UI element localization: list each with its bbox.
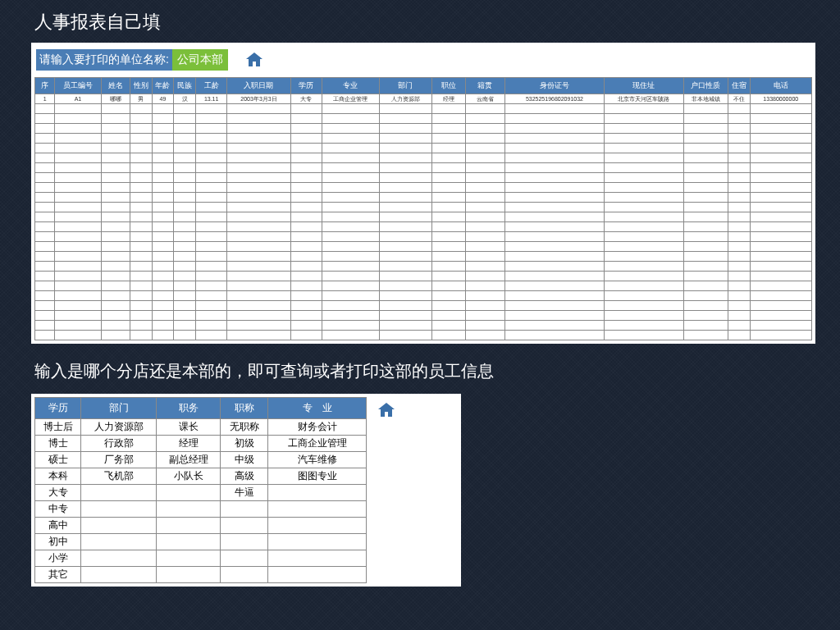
table-cell bbox=[750, 203, 811, 212]
home-icon[interactable] bbox=[375, 400, 398, 420]
table-cell bbox=[465, 281, 504, 291]
table-cell bbox=[379, 193, 432, 203]
table-cell bbox=[101, 252, 130, 262]
table-cell: 本科 bbox=[35, 468, 81, 485]
column-header: 年龄 bbox=[152, 78, 174, 94]
table-cell bbox=[174, 311, 196, 321]
table-cell bbox=[728, 134, 750, 144]
table-cell bbox=[604, 272, 683, 281]
main-panel: 请输入要打印的单位名称: 公司本部 序员工编号姓名性别年龄民族工龄入职日期学历专… bbox=[31, 43, 815, 344]
table-cell bbox=[683, 104, 728, 114]
table-cell bbox=[604, 153, 683, 163]
table-cell bbox=[152, 104, 174, 114]
table-cell: 大专 bbox=[35, 485, 81, 501]
table-row bbox=[35, 163, 812, 173]
table-cell bbox=[268, 485, 367, 501]
table-cell bbox=[504, 272, 604, 281]
table-cell bbox=[291, 153, 322, 163]
table-cell bbox=[35, 153, 55, 163]
table-cell bbox=[196, 114, 227, 124]
table-cell bbox=[226, 193, 290, 203]
table-cell bbox=[101, 212, 130, 222]
table-cell bbox=[221, 518, 268, 534]
table-cell bbox=[174, 134, 196, 144]
table-cell bbox=[152, 203, 174, 212]
table-cell bbox=[268, 534, 367, 550]
table-cell bbox=[196, 212, 227, 222]
table-cell bbox=[465, 291, 504, 301]
table-cell bbox=[55, 104, 101, 114]
unit-name-input[interactable]: 公司本部 bbox=[172, 49, 228, 71]
table-cell bbox=[174, 272, 196, 281]
employee-table: 序员工编号姓名性别年龄民族工龄入职日期学历专业部门职位籍贯身份证号现住址户口性质… bbox=[34, 77, 812, 340]
table-cell bbox=[101, 242, 130, 252]
table-cell bbox=[750, 124, 811, 134]
home-icon[interactable] bbox=[243, 50, 266, 70]
table-cell bbox=[379, 252, 432, 262]
column-header: 部门 bbox=[81, 398, 157, 419]
table-cell bbox=[55, 163, 101, 173]
table-cell bbox=[226, 163, 290, 173]
table-cell bbox=[432, 291, 465, 301]
table-cell bbox=[728, 242, 750, 252]
table-cell bbox=[130, 124, 152, 134]
table-cell bbox=[35, 183, 55, 193]
table-cell bbox=[379, 153, 432, 163]
table-cell bbox=[81, 567, 157, 583]
table-cell bbox=[196, 311, 227, 321]
table-cell bbox=[174, 163, 196, 173]
table-cell bbox=[101, 281, 130, 291]
table-cell bbox=[379, 203, 432, 212]
table-cell bbox=[101, 104, 130, 114]
table-cell bbox=[35, 331, 55, 340]
table-cell bbox=[379, 311, 432, 321]
table-cell bbox=[379, 321, 432, 331]
table-cell bbox=[101, 153, 130, 163]
table-cell bbox=[130, 104, 152, 114]
column-header: 户口性质 bbox=[683, 78, 728, 94]
table-cell bbox=[322, 242, 379, 252]
table-cell: 男 bbox=[130, 94, 152, 104]
table-row bbox=[35, 203, 812, 212]
table-cell bbox=[174, 262, 196, 272]
table-cell bbox=[728, 124, 750, 134]
table-cell bbox=[35, 163, 55, 173]
column-header: 学历 bbox=[291, 78, 322, 94]
table-cell bbox=[291, 272, 322, 281]
table-cell bbox=[379, 124, 432, 134]
table-cell bbox=[130, 262, 152, 272]
table-cell bbox=[750, 311, 811, 321]
table-cell bbox=[291, 252, 322, 262]
table-cell bbox=[379, 114, 432, 124]
table-cell bbox=[504, 173, 604, 183]
table-cell bbox=[465, 193, 504, 203]
table-cell bbox=[226, 144, 290, 153]
page-title: 人事报表自己填 bbox=[0, 0, 840, 43]
table-cell bbox=[196, 193, 227, 203]
table-cell bbox=[291, 301, 322, 311]
table-cell bbox=[291, 104, 322, 114]
table-cell bbox=[196, 272, 227, 281]
table-cell bbox=[728, 173, 750, 183]
table-cell bbox=[101, 262, 130, 272]
table-cell bbox=[322, 173, 379, 183]
table-cell bbox=[226, 104, 290, 114]
table-cell bbox=[750, 301, 811, 311]
table-cell bbox=[604, 173, 683, 183]
table-cell bbox=[157, 550, 221, 567]
table-cell: 人力资源部 bbox=[379, 94, 432, 104]
table-cell bbox=[35, 144, 55, 153]
table-cell bbox=[728, 252, 750, 262]
table-cell bbox=[35, 193, 55, 203]
table-cell bbox=[432, 203, 465, 212]
table-cell: 人力资源部 bbox=[81, 419, 157, 436]
table-cell bbox=[432, 331, 465, 340]
table-cell bbox=[728, 114, 750, 124]
table-cell bbox=[750, 144, 811, 153]
table-cell bbox=[35, 311, 55, 321]
table-cell bbox=[130, 173, 152, 183]
table-cell bbox=[35, 212, 55, 222]
table-cell bbox=[432, 104, 465, 114]
table-cell bbox=[432, 153, 465, 163]
table-cell bbox=[504, 203, 604, 212]
